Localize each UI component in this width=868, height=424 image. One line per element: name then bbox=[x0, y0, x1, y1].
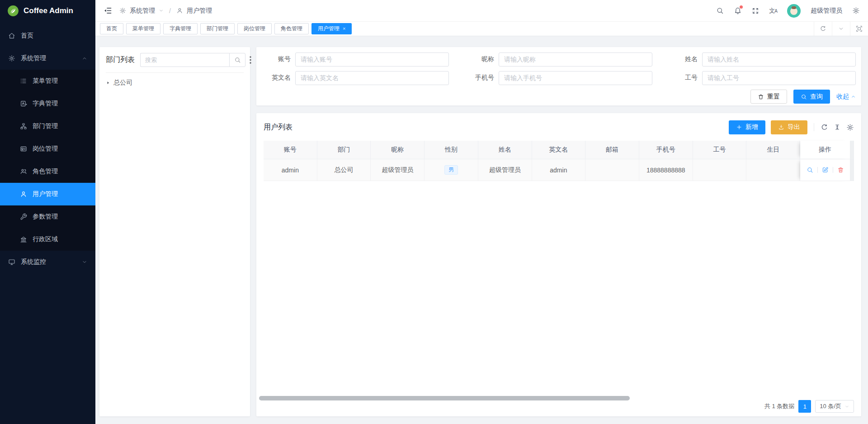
add-user-button[interactable]: 新增 bbox=[729, 120, 765, 134]
department-panel-header: 部门列表 bbox=[106, 53, 244, 73]
tab-role[interactable]: 角色管理 bbox=[274, 23, 309, 34]
app-logo[interactable]: Coffee Admin bbox=[0, 0, 95, 22]
column-header-phone[interactable]: 手机号 bbox=[639, 141, 693, 159]
table-scrollbar-gutter bbox=[850, 159, 854, 181]
main-area: 系统管理 / 用户管理 文A 超级管理员 首 bbox=[95, 0, 868, 424]
department-search-button[interactable] bbox=[229, 53, 245, 67]
collapse-form-link[interactable]: 收起 bbox=[836, 93, 856, 101]
cell-dept: 总公司 bbox=[317, 159, 371, 181]
search-icon[interactable] bbox=[716, 7, 724, 14]
column-header-gender[interactable]: 性别 bbox=[425, 141, 478, 159]
sidebar-item-label: 菜单管理 bbox=[33, 77, 58, 85]
cell-account: admin bbox=[264, 159, 317, 181]
column-header-work-no[interactable]: 工号 bbox=[693, 141, 747, 159]
name-input[interactable] bbox=[702, 52, 856, 67]
sidebar: Coffee Admin 首页 系统管理 菜单管理 字典管理 bbox=[0, 0, 95, 424]
column-header-email[interactable]: 邮箱 bbox=[585, 141, 639, 159]
field-label: 英文名 bbox=[262, 74, 291, 82]
view-icon[interactable] bbox=[807, 167, 813, 173]
close-icon[interactable]: × bbox=[343, 24, 345, 34]
chevron-down-icon[interactable] bbox=[832, 22, 850, 36]
field-label: 昵称 bbox=[465, 55, 494, 63]
tab-user-active[interactable]: 用户管理 × bbox=[311, 23, 352, 34]
column-settings-gear-icon[interactable] bbox=[846, 124, 854, 131]
sidebar-submenu-system: 菜单管理 字典管理 部门管理 岗位管理 角色管理 bbox=[0, 70, 95, 251]
avatar[interactable] bbox=[787, 4, 801, 18]
column-header-name[interactable]: 姓名 bbox=[478, 141, 532, 159]
kebab-menu-icon[interactable] bbox=[250, 56, 251, 64]
tab-dict[interactable]: 字典管理 bbox=[163, 23, 198, 34]
page-size-select[interactable]: 10 条/页 bbox=[815, 400, 854, 413]
sidebar-item-post-mgmt[interactable]: 岗位管理 bbox=[0, 138, 95, 160]
tab-home[interactable]: 首页 bbox=[100, 23, 123, 34]
nickname-input[interactable] bbox=[499, 52, 652, 67]
sidebar-item-param-mgmt[interactable]: 参数管理 bbox=[0, 205, 95, 228]
edit-icon[interactable] bbox=[822, 167, 829, 173]
sidebar-item-user-mgmt[interactable]: 用户管理 bbox=[0, 183, 95, 205]
column-header-dept[interactable]: 部门 bbox=[317, 141, 371, 159]
wrench-icon bbox=[20, 213, 27, 220]
tabs: 首页 菜单管理 字典管理 部门管理 岗位管理 角色管理 用户管理 × bbox=[100, 23, 352, 34]
org-chart-icon bbox=[20, 123, 27, 130]
delete-icon[interactable] bbox=[837, 167, 844, 173]
horizontal-scrollbar[interactable] bbox=[259, 396, 630, 400]
sidebar-collapse-icon[interactable] bbox=[104, 6, 112, 15]
user-icon bbox=[20, 191, 27, 198]
column-header-nickname[interactable]: 昵称 bbox=[371, 141, 425, 159]
sidebar-item-dept-mgmt[interactable]: 部门管理 bbox=[0, 115, 95, 138]
maximize-icon[interactable] bbox=[850, 22, 868, 36]
query-button[interactable]: 查询 bbox=[793, 90, 830, 104]
query-label: 查询 bbox=[810, 93, 823, 101]
id-card-icon bbox=[20, 145, 27, 152]
form-actions: 重置 查询 收起 bbox=[262, 90, 856, 104]
tab-dept[interactable]: 部门管理 bbox=[200, 23, 235, 34]
leaf-logo-icon bbox=[7, 5, 19, 17]
toolbar-divider bbox=[814, 123, 814, 131]
pagination: 共 1 条数据 1 10 条/页 bbox=[764, 400, 854, 413]
home-icon bbox=[8, 32, 15, 39]
account-input[interactable] bbox=[295, 52, 449, 67]
refresh-icon[interactable] bbox=[814, 22, 832, 36]
search-form-card: 账号 昵称 姓名 英文名 bbox=[256, 47, 861, 105]
sidebar-item-admin-region[interactable]: 行政区域 bbox=[0, 228, 95, 251]
reset-button[interactable]: 重置 bbox=[750, 90, 787, 104]
breadcrumb-level1[interactable]: 系统管理 bbox=[130, 7, 155, 15]
sidebar-group-system[interactable]: 系统管理 bbox=[0, 47, 95, 70]
fullscreen-icon[interactable] bbox=[752, 7, 759, 14]
column-header-account[interactable]: 账号 bbox=[264, 141, 317, 159]
settings-gear-icon[interactable] bbox=[852, 7, 860, 14]
translate-icon[interactable]: 文A bbox=[769, 8, 777, 14]
app-title: Coffee Admin bbox=[24, 6, 73, 15]
form-field-english-name: 英文名 bbox=[262, 71, 449, 85]
sidebar-item-home[interactable]: 首页 bbox=[0, 24, 95, 47]
phone-input[interactable] bbox=[499, 71, 652, 85]
gear-icon bbox=[119, 7, 126, 14]
work-no-input[interactable] bbox=[702, 71, 856, 85]
cell-work-no bbox=[693, 159, 747, 181]
form-field-work-no: 工号 bbox=[669, 71, 856, 85]
cell-phone: 18888888888 bbox=[639, 159, 693, 181]
current-user-name[interactable]: 超级管理员 bbox=[811, 7, 842, 15]
table-header-row: 账号 部门 昵称 性别 姓名 英文名 邮箱 手机号 工号 生日 操作 bbox=[264, 141, 854, 159]
page-number-button[interactable]: 1 bbox=[798, 400, 811, 413]
notification-bell-icon[interactable] bbox=[734, 7, 742, 15]
column-header-english-name[interactable]: 英文名 bbox=[532, 141, 586, 159]
refresh-icon[interactable] bbox=[821, 124, 828, 131]
tree-node-root[interactable]: 总公司 bbox=[106, 73, 244, 87]
table-row[interactable]: admin 总公司 超级管理员 男 超级管理员 admin 1888888888… bbox=[264, 159, 854, 181]
sidebar-item-role-mgmt[interactable]: 角色管理 bbox=[0, 160, 95, 183]
row-height-icon[interactable] bbox=[834, 124, 841, 131]
department-search-input[interactable] bbox=[140, 53, 229, 67]
caret-right-icon[interactable] bbox=[106, 81, 110, 85]
english-name-input[interactable] bbox=[295, 71, 449, 85]
export-button[interactable]: 导出 bbox=[771, 120, 807, 134]
sidebar-item-dict-mgmt[interactable]: 字典管理 bbox=[0, 92, 95, 115]
cell-birthday bbox=[746, 159, 800, 181]
form-field-name: 姓名 bbox=[669, 52, 856, 67]
column-header-birthday[interactable]: 生日 bbox=[746, 141, 800, 159]
tab-post[interactable]: 岗位管理 bbox=[237, 23, 272, 34]
sidebar-group-monitor[interactable]: 系统监控 bbox=[0, 251, 95, 273]
sidebar-item-label: 角色管理 bbox=[33, 167, 58, 176]
sidebar-item-menu-mgmt[interactable]: 菜单管理 bbox=[0, 70, 95, 92]
tab-menu[interactable]: 菜单管理 bbox=[126, 23, 160, 34]
